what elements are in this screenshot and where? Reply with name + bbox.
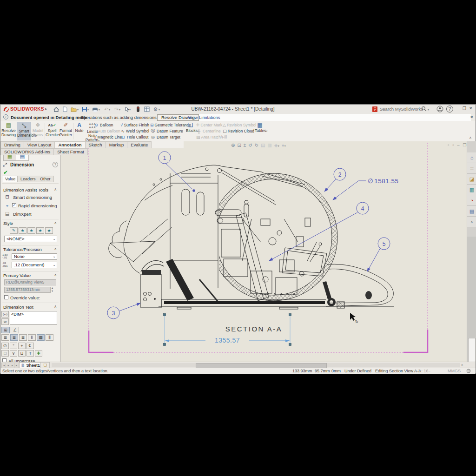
auto-balloon-tool[interactable]: ⊙Auto Balloon <box>93 128 119 134</box>
leaders-tab[interactable]: Leaders <box>17 176 39 182</box>
diameter-symbol-button[interactable]: ∅ <box>1 343 9 349</box>
horizontal-scrollbar[interactable] <box>52 363 460 367</box>
tab-sketch[interactable]: Sketch <box>85 141 106 148</box>
panel-help-icon[interactable]: ? <box>53 162 58 167</box>
tab-view-layout[interactable]: View Layout <box>24 141 55 148</box>
plus-minus-symbol-button[interactable]: ± <box>18 343 26 349</box>
appearances-icon[interactable]: ◔ <box>467 195 476 206</box>
style-dropdown[interactable]: <NONE>⌄ <box>4 236 57 242</box>
style-delete-button[interactable]: ★ <box>27 227 35 234</box>
precision-dropdown[interactable]: .12 (Document)⌄ <box>12 262 57 268</box>
user-account-icon[interactable] <box>436 106 443 113</box>
magnetic-line-tool[interactable]: ∪Magnetic Line <box>93 134 119 140</box>
zoom-to-fit-icon[interactable]: ⊕ <box>231 143 235 148</box>
counterbore-symbol-button[interactable]: ⊔ <box>18 350 26 357</box>
style-save-button[interactable]: ★ <box>36 227 44 234</box>
file-explorer-icon[interactable]: ◪ <box>467 174 476 185</box>
redraw-icon[interactable]: ↻ <box>255 143 258 148</box>
doc-tile-icon[interactable]: ▫ <box>448 143 449 147</box>
view-palette-icon[interactable]: ▦ <box>467 185 476 195</box>
home-icon[interactable] <box>53 106 60 112</box>
spell-checker-tool[interactable]: Ab✓Spell Checker <box>46 122 59 140</box>
centerline-symbol-button[interactable]: ℄ <box>26 343 34 349</box>
assist-tools-header[interactable]: Dimension Assist Tools∧ <box>3 187 58 193</box>
dimension-text-input[interactable]: <DIM> <box>10 311 57 325</box>
solidworks-resources-icon[interactable]: ⌂ <box>467 152 476 163</box>
sheet-scale[interactable]: 1 : 16 <box>418 369 429 373</box>
doc-minimize-icon[interactable]: – <box>457 143 459 147</box>
geometric-tolerance-tool[interactable]: ⊞Geometric Tolerance <box>150 122 185 128</box>
view-limitations-link[interactable]: View Limitations <box>188 115 220 120</box>
style-default-button[interactable]: ✎ <box>10 227 18 234</box>
custom-properties-icon[interactable]: ▤ <box>467 206 476 217</box>
override-value-checkbox[interactable] <box>4 295 8 299</box>
centerline-tool[interactable]: ╫Centerline <box>196 128 222 134</box>
restore-icon[interactable]: ❐ <box>463 106 466 111</box>
ok-check-icon[interactable]: ✔ <box>3 169 8 176</box>
primary-value-header[interactable]: Primary Value∧ <box>3 273 58 279</box>
text-position-3-button[interactable]: ⫼ <box>46 334 53 341</box>
zoom-in-out-icon[interactable]: ± <box>244 143 246 148</box>
hide-show-items-icon[interactable]: ●▾ <box>282 143 286 148</box>
section-view-icon[interactable]: ▤ <box>261 143 265 148</box>
search-icon[interactable] <box>421 106 427 112</box>
format-painter-tool[interactable]: ✐Format Painter <box>59 122 73 140</box>
balloon-3[interactable]: 3 <box>107 303 140 319</box>
dim-text-tool-2[interactable]: ∠ <box>11 327 19 333</box>
blocks-tool[interactable]: ❏Blocks▾ <box>186 122 195 140</box>
save-icon[interactable] <box>81 106 88 112</box>
vertical-scrollbar[interactable] <box>467 237 476 362</box>
other-tab[interactable]: Other <box>37 176 54 182</box>
search-input[interactable]: Search MySolidWorks <box>380 106 423 112</box>
dimension-text-header[interactable]: Dimension Text∧ <box>3 304 58 311</box>
tables-tool[interactable]: ▦Tables▾ <box>255 122 265 140</box>
new-document-icon[interactable] <box>61 106 68 112</box>
tolerance-dropdown[interactable]: None⌄ <box>12 253 57 260</box>
tab-annotation[interactable]: Annotation <box>54 141 85 148</box>
countersink-symbol-button[interactable]: ∨ <box>10 350 17 357</box>
text-position-2-button[interactable]: ▦ <box>37 334 45 341</box>
depth-symbol-button[interactable]: Ŧ <box>26 350 34 357</box>
note-tool[interactable]: ANote <box>74 122 85 140</box>
smart-dimension-tool[interactable]: ⤡Smart Dimension▾ <box>17 122 31 140</box>
graphics-area[interactable]: ↻ 1 2 3 <box>61 141 476 362</box>
area-hatch-fill-tool[interactable]: ▨Area Hatch/Fill <box>196 134 222 140</box>
more-symbols-button[interactable]: ✚ <box>35 350 42 357</box>
inspection-dimension-button[interactable]: ∞ <box>1 318 9 325</box>
justify-right-button[interactable]: ≣ <box>19 334 27 341</box>
dim-text-tool-1[interactable]: ⊞ <box>1 327 10 333</box>
dimxpert-item[interactable]: DimXpert <box>13 212 32 217</box>
tags-icon[interactable] <box>466 369 471 374</box>
open-icon[interactable] <box>70 106 77 112</box>
justify-left-button[interactable]: ≣ <box>1 334 9 341</box>
collapse-task-pane-icon[interactable]: ∧ <box>467 217 476 227</box>
search-caret-icon[interactable]: ▾ <box>428 108 429 111</box>
tab-sheet-format[interactable]: Sheet Format <box>53 148 88 155</box>
collapse-ribbon-icon[interactable]: ∧ <box>469 136 472 140</box>
view-orientation-icon[interactable]: ▥ <box>268 143 272 148</box>
degree-symbol-button[interactable]: ° <box>10 343 17 349</box>
help-icon[interactable]: ? <box>446 106 453 112</box>
tolerance-header[interactable]: Tolerance/Precision∧ <box>3 247 58 253</box>
vertical-scrollbar-thumb[interactable] <box>468 338 476 362</box>
display-style-icon[interactable]: ◈▾ <box>274 143 279 148</box>
tab-drawing[interactable]: Drawing <box>0 141 24 148</box>
doc-restore-icon[interactable]: ❐ <box>463 143 466 147</box>
style-load-button[interactable]: ★ <box>45 227 53 234</box>
tab-markup[interactable]: Markup <box>106 141 128 148</box>
scroll-right-icon[interactable]: ▸ <box>462 363 463 367</box>
previous-view-icon[interactable]: ↺ <box>248 143 252 148</box>
minimize-icon[interactable]: – <box>456 106 459 111</box>
resolve-drawing-tool[interactable]: ▤Resolve Drawing <box>1 122 16 140</box>
add-parenthesis-button[interactable]: (xx) <box>1 311 9 317</box>
balloon-5[interactable]: 5 <box>367 238 390 271</box>
datum-feature-tool[interactable]: ⒶDatum Feature <box>150 128 185 134</box>
print-icon[interactable] <box>92 106 99 112</box>
rapid-dimensioning-checkbox[interactable]: ✓ <box>12 203 16 207</box>
design-library-icon[interactable]: ≣ <box>467 163 476 174</box>
value-tab[interactable]: Value <box>2 176 19 182</box>
justify-center-button[interactable]: ≣ <box>10 334 18 341</box>
model-items-tool[interactable]: ❖Model Items <box>32 122 44 140</box>
revision-symbol-tool[interactable]: △Revision Symbol <box>223 122 254 128</box>
style-add-button[interactable]: ★ <box>19 227 26 234</box>
